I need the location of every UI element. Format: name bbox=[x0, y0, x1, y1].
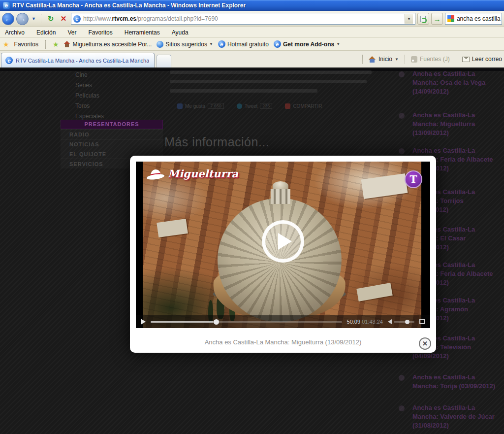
time-total: 01:43:24 bbox=[362, 319, 383, 325]
sidebar-item-radio[interactable]: RADIO bbox=[61, 129, 163, 139]
sidebar-item-especiales[interactable]: Especiales bbox=[75, 113, 104, 120]
tweet-label: Tweet bbox=[245, 103, 258, 109]
like-label: Me gusta bbox=[185, 103, 205, 109]
brand-name: Miguelturra bbox=[168, 167, 238, 180]
play-button[interactable] bbox=[262, 220, 304, 263]
sidebar-item-noticias[interactable]: NOTICIAS bbox=[61, 139, 163, 149]
lightbox-caption: Ancha es Castilla-La Mancha: Miguelturra… bbox=[130, 338, 436, 346]
episode-link[interactable]: Ancha es Castilla-La Mancha: Miguelturra… bbox=[412, 111, 497, 137]
add-favorite-icon[interactable]: ★ bbox=[53, 40, 59, 48]
episode-link[interactable]: Ancha es Castilla-La Mancha: Osa de la V… bbox=[412, 69, 497, 96]
address-bar[interactable]: e http://www.rtvcm.es/programas/detail.p… bbox=[71, 13, 415, 25]
chevron-down-icon: ▼ bbox=[336, 42, 340, 46]
page-favicon-icon: e bbox=[73, 15, 81, 23]
divider bbox=[362, 55, 363, 64]
sidebar-item-series[interactable]: Series bbox=[75, 82, 104, 89]
back-button[interactable]: ← bbox=[2, 13, 14, 25]
menu-bar: Archivo Edición Ver Favoritos Herramient… bbox=[0, 27, 504, 38]
favorites-star-icon[interactable]: ★ bbox=[3, 40, 9, 48]
control-play-icon[interactable] bbox=[141, 319, 146, 325]
play-icon bbox=[278, 233, 292, 250]
sidebar-item-peliculas[interactable]: Películas bbox=[75, 92, 104, 99]
address-dropdown-icon[interactable]: ▼ bbox=[405, 14, 413, 24]
suggested-sites-icon bbox=[157, 41, 163, 48]
rss-icon bbox=[411, 56, 417, 63]
compatibility-view-button[interactable] bbox=[417, 13, 429, 25]
volume-track[interactable] bbox=[394, 321, 414, 323]
ie-icon: e bbox=[3, 2, 10, 9]
stop-button[interactable]: ✕ bbox=[58, 13, 69, 24]
search-input[interactable] bbox=[457, 15, 502, 22]
close-button[interactable]: ✕ bbox=[419, 337, 431, 350]
sidebar-item-toros[interactable]: Toros bbox=[75, 102, 104, 109]
time-display: 50:09 01:43:24 bbox=[347, 319, 383, 325]
channel-watermark: Miguelturra bbox=[147, 167, 238, 180]
tab-title: RTV Castilla-La Mancha - Ancha es Castil… bbox=[16, 58, 149, 64]
go-button[interactable]: → bbox=[431, 13, 443, 25]
episode-link[interactable]: Ancha es Castilla-La Mancha: Torija (03/… bbox=[412, 373, 497, 391]
tab-bar: e RTV Castilla-La Mancha - Ancha es Cast… bbox=[0, 51, 504, 68]
favorites-bar: ★ Favoritos ★ Miguelturra.es accesible P… bbox=[0, 38, 504, 51]
menu-ayuda[interactable]: Ayuda bbox=[172, 29, 189, 36]
favorite-label: Sitios sugeridos bbox=[165, 41, 207, 48]
volume-control[interactable] bbox=[388, 319, 414, 324]
share-button[interactable]: COMPARTIR bbox=[285, 103, 322, 109]
text-line bbox=[170, 70, 372, 74]
fullscreen-icon[interactable] bbox=[419, 319, 425, 324]
feeds-button[interactable]: Fuentes (J) bbox=[411, 56, 450, 63]
read-mail-button[interactable]: Leer correo bbox=[462, 56, 502, 63]
navigation-toolbar: ← → ▼ ↻ ✕ e http://www.rtvcm.es/programa… bbox=[0, 11, 504, 27]
search-box[interactable] bbox=[445, 13, 502, 25]
seek-fill bbox=[151, 321, 214, 323]
favorite-addons[interactable]: e Get more Add-ons ▼ bbox=[274, 40, 340, 48]
menu-ver[interactable]: Ver bbox=[67, 29, 76, 36]
facebook-like-button[interactable]: Me gusta 7.650 bbox=[177, 103, 224, 109]
browser-window: e RTV Castilla-La Mancha - Ancha es Cast… bbox=[0, 0, 504, 434]
new-tab-button[interactable] bbox=[157, 55, 171, 67]
divider bbox=[45, 40, 46, 49]
ie-favicon-icon: e bbox=[218, 40, 225, 48]
divider bbox=[41, 14, 41, 23]
dome-lantern bbox=[271, 181, 290, 204]
favorite-sitios-sugeridos[interactable]: Sitios sugeridos ▼ bbox=[157, 41, 213, 48]
read-mail-label: Leer correo bbox=[472, 56, 502, 63]
history-dropdown-icon[interactable]: ▼ bbox=[31, 16, 37, 21]
seek-handle[interactable] bbox=[214, 319, 219, 325]
refresh-button[interactable]: ↻ bbox=[45, 13, 56, 24]
favorite-miguelturra[interactable]: Miguelturra.es accesible Por... bbox=[63, 41, 152, 48]
favorite-label: Miguelturra.es accesible Por... bbox=[72, 41, 152, 48]
page-icon bbox=[420, 16, 426, 22]
favorite-hotmail[interactable]: e Hotmail gratuito bbox=[218, 40, 269, 48]
volume-handle[interactable] bbox=[405, 320, 410, 324]
twitter-icon bbox=[237, 103, 242, 109]
tv-logo-badge: T bbox=[405, 170, 422, 188]
menu-edicion[interactable]: Edición bbox=[36, 29, 56, 36]
sidebar-item-cine[interactable]: Cine bbox=[75, 71, 104, 78]
menu-archivo[interactable]: Archivo bbox=[5, 29, 25, 36]
feeds-label: Fuentes (J) bbox=[420, 56, 450, 63]
share-icon bbox=[285, 103, 290, 109]
video-lightbox: Miguelturra T 50:09 01:43:24 bbox=[130, 156, 436, 353]
forward-button[interactable]: → bbox=[16, 13, 29, 25]
episode-link[interactable]: Ancha es Castilla-La Mancha: Valverde de… bbox=[412, 403, 497, 430]
google-icon bbox=[447, 15, 454, 22]
tweet-button[interactable]: Tweet 235 bbox=[237, 103, 273, 109]
tab-rtv-castilla[interactable]: e RTV Castilla-La Mancha - Ancha es Cast… bbox=[1, 53, 155, 67]
home-button[interactable]: Inicio ▼ bbox=[369, 56, 399, 63]
social-buttons: Me gusta 7.650 Tweet 235 COMPARTIR bbox=[177, 103, 322, 109]
menu-favoritos[interactable]: Favoritos bbox=[88, 29, 112, 36]
tab-favicon-icon: e bbox=[5, 57, 13, 64]
go-arrow-icon: → bbox=[433, 15, 441, 23]
url-text[interactable]: http://www.rtvcm.es/programas/detail.php… bbox=[83, 15, 402, 22]
chevron-down-icon: ▼ bbox=[395, 57, 399, 62]
text-line bbox=[170, 89, 317, 93]
url-prefix: http://www. bbox=[83, 15, 112, 22]
seek-bar[interactable] bbox=[151, 321, 342, 323]
favorites-label[interactable]: Favoritos bbox=[14, 41, 38, 48]
video-player[interactable]: Miguelturra T 50:09 01:43:24 bbox=[136, 162, 430, 328]
sidebar-header-presentadores[interactable]: PRESENTADORES bbox=[61, 120, 163, 129]
like-count: 7.650 bbox=[208, 103, 224, 109]
divider bbox=[405, 55, 405, 64]
menu-herramientas[interactable]: Herramientas bbox=[125, 29, 160, 36]
ie-favicon-icon: e bbox=[274, 40, 281, 48]
